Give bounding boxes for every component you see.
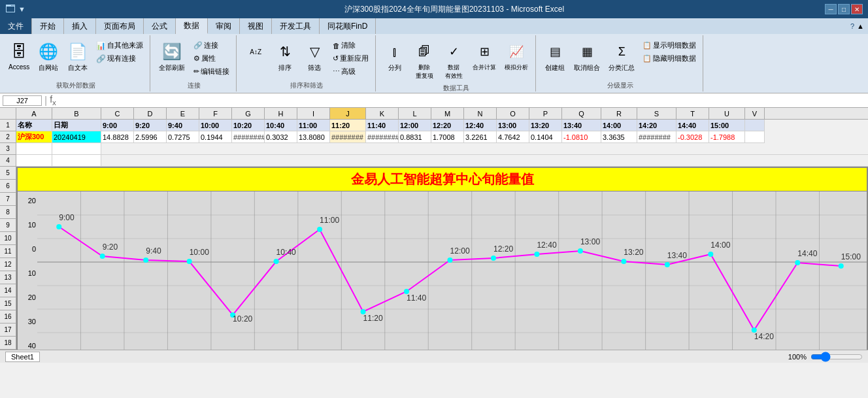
cell-B1[interactable]: 日期: [52, 120, 101, 131]
cell-C2[interactable]: 14.8828: [101, 131, 134, 143]
row-8-header[interactable]: 8: [0, 206, 16, 219]
minimize-btn[interactable]: ─: [825, 4, 837, 14]
btn-text[interactable]: 📄 自文本: [64, 39, 92, 75]
ribbon-minimize-icon[interactable]: ▲: [857, 22, 864, 30]
cell-T1[interactable]: 14:40: [676, 120, 709, 131]
col-R[interactable]: R: [601, 108, 637, 119]
tab-start[interactable]: 开始: [32, 18, 64, 34]
cell-N1[interactable]: 12:40: [464, 120, 497, 131]
cell-T2[interactable]: -0.3028: [676, 131, 709, 143]
cell-K2[interactable]: ########: [366, 131, 399, 143]
row-13-header[interactable]: 13: [0, 271, 16, 284]
btn-properties[interactable]: ⚙ 属性: [191, 52, 232, 65]
cell-A3[interactable]: [16, 143, 52, 155]
col-Q[interactable]: Q: [562, 108, 601, 119]
row-10-header[interactable]: 10: [0, 232, 16, 245]
col-U[interactable]: U: [709, 108, 745, 119]
col-O[interactable]: O: [497, 108, 529, 119]
row-1-header[interactable]: 1: [0, 120, 16, 131]
tab-file[interactable]: 文件: [0, 18, 32, 34]
cell-L2[interactable]: 0.8831: [399, 131, 431, 143]
cell-A2[interactable]: 沪深300: [16, 131, 52, 143]
btn-sort-az[interactable]: A↕Z: [242, 39, 269, 64]
cell-Q1[interactable]: 13:40: [562, 120, 601, 131]
cell-J2[interactable]: ########: [330, 131, 366, 143]
btn-split-col[interactable]: ⫿ 分列: [381, 39, 409, 75]
cell-L1[interactable]: 12:00: [399, 120, 431, 131]
btn-data-valid[interactable]: ✓ 数据有效性: [440, 39, 467, 82]
cell-P1[interactable]: 13:20: [529, 120, 562, 131]
cell-V1[interactable]: [745, 120, 765, 131]
cell-E1[interactable]: 9:40: [167, 120, 199, 131]
cell-C1[interactable]: 9:00: [101, 120, 134, 131]
cell-D2[interactable]: 2.5996: [134, 131, 167, 143]
row-17-header[interactable]: 17: [0, 323, 16, 337]
col-N[interactable]: N: [464, 108, 497, 119]
btn-existing-conn[interactable]: 🔗 现有连接: [93, 52, 146, 65]
btn-merge-calc[interactable]: ⊞ 合并计算: [469, 39, 499, 74]
btn-edit-links[interactable]: ✏ 编辑链接: [191, 65, 232, 78]
cell-E2[interactable]: 0.7275: [167, 131, 199, 143]
col-C[interactable]: C: [101, 108, 134, 119]
row-11-header[interactable]: 11: [0, 245, 16, 258]
btn-what-if[interactable]: 📈 模拟分析: [501, 39, 531, 74]
btn-other-sources[interactable]: 📊 自其他来源: [93, 39, 146, 52]
btn-refresh-all[interactable]: 🔄 全部刷新: [156, 39, 188, 75]
row-12-header[interactable]: 12: [0, 258, 16, 271]
btn-sort[interactable]: ⇅ 排序: [271, 39, 299, 75]
row-18-header[interactable]: 18: [0, 337, 16, 350]
cell-H2[interactable]: 0.3032: [265, 131, 297, 143]
tab-insert[interactable]: 插入: [64, 18, 96, 34]
cell-F2[interactable]: 0.1944: [199, 131, 232, 143]
cell-A4[interactable]: [16, 155, 52, 167]
cell-I2[interactable]: 13.8080: [297, 131, 330, 143]
tab-review[interactable]: 审阅: [208, 18, 240, 34]
sheet-tab-sheet1[interactable]: Sheet1: [5, 352, 40, 362]
cell-S2[interactable]: ########: [637, 131, 676, 143]
row-15-header[interactable]: 15: [0, 297, 16, 310]
btn-web[interactable]: 🌐 自网站: [35, 39, 62, 75]
col-I[interactable]: I: [297, 108, 330, 119]
btn-advanced[interactable]: ⋯ 高级: [330, 65, 371, 78]
col-S[interactable]: S: [637, 108, 676, 119]
btn-reapply[interactable]: ↺ 重新应用: [330, 52, 371, 65]
col-T[interactable]: T: [676, 108, 709, 119]
help-icon[interactable]: ?: [850, 22, 854, 30]
cell-G1[interactable]: 10:20: [232, 120, 265, 131]
cell-Q2[interactable]: -1.0810: [562, 131, 601, 143]
cell-R2[interactable]: 3.3635: [601, 131, 637, 143]
btn-clear[interactable]: 🗑 清除: [330, 39, 371, 52]
col-H[interactable]: H: [265, 108, 297, 119]
cell-N2[interactable]: 3.2261: [464, 131, 497, 143]
cell-U2[interactable]: -1.7988: [709, 131, 745, 143]
cell-H1[interactable]: 10:40: [265, 120, 297, 131]
col-E[interactable]: E: [167, 108, 199, 119]
btn-filter[interactable]: ▽ 筛选: [301, 39, 328, 75]
cell-M1[interactable]: 12:20: [431, 120, 464, 131]
maximize-btn[interactable]: □: [838, 4, 850, 14]
tab-developer[interactable]: 开发工具: [272, 18, 320, 34]
cell-D1[interactable]: 9:20: [134, 120, 167, 131]
col-V[interactable]: V: [745, 108, 765, 119]
btn-show-detail[interactable]: 📋 显示明细数据: [640, 39, 699, 52]
btn-subtotal[interactable]: Σ 分类汇总: [605, 39, 638, 75]
btn-group[interactable]: ▤ 创建组: [541, 39, 569, 75]
tab-thsFind[interactable]: 同花顺FinD: [320, 18, 376, 34]
cell-O1[interactable]: 13:00: [497, 120, 529, 131]
row-3-header[interactable]: 3: [0, 143, 16, 155]
cell-B3[interactable]: [52, 143, 101, 155]
cell-U1[interactable]: 15:00: [709, 120, 745, 131]
row-16-header[interactable]: 16: [0, 310, 16, 323]
cell-O2[interactable]: 4.7642: [497, 131, 529, 143]
col-L[interactable]: L: [399, 108, 431, 119]
row-5-header[interactable]: 5: [0, 167, 16, 180]
window-controls[interactable]: ─ □ ✕: [825, 4, 863, 14]
col-G[interactable]: G: [232, 108, 265, 119]
cell-B2[interactable]: 20240419: [52, 131, 101, 143]
cell-J1[interactable]: 11:20: [330, 120, 366, 131]
cell-I1[interactable]: 11:00: [297, 120, 330, 131]
col-F[interactable]: F: [199, 108, 232, 119]
col-P[interactable]: P: [529, 108, 562, 119]
cell-A1[interactable]: 名称: [16, 120, 52, 131]
cell-B4[interactable]: [52, 155, 101, 167]
